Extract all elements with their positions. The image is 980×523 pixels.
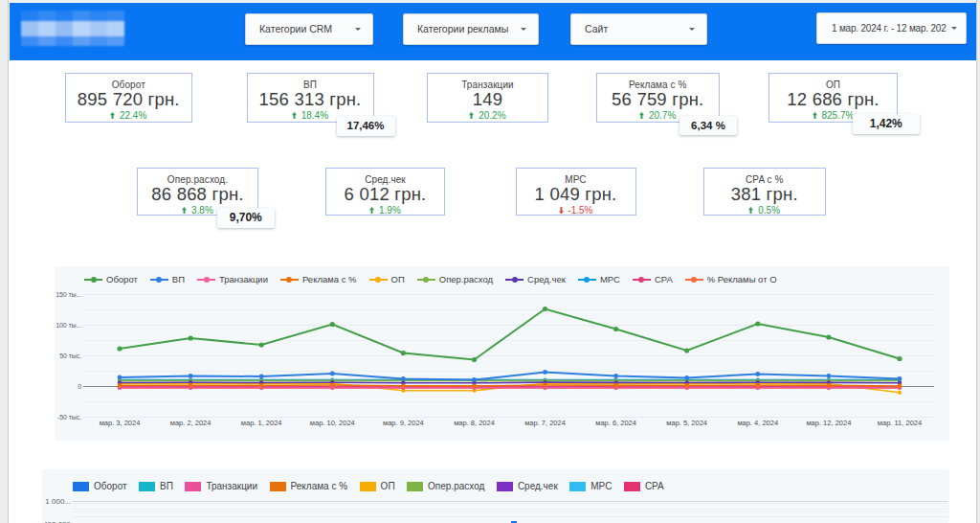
svg-text:мар. 9, 2024: мар. 9, 2024 xyxy=(383,419,424,427)
svg-text:мар. 8, 2024: мар. 8, 2024 xyxy=(454,419,495,427)
svg-text:мар. 5, 2024: мар. 5, 2024 xyxy=(666,419,707,427)
svg-text:-50 тыс.: -50 тыс. xyxy=(57,414,81,421)
svg-text:50 тыс.: 50 тыс. xyxy=(59,352,81,359)
svg-text:мар. 2, 2024: мар. 2, 2024 xyxy=(170,419,212,427)
svg-text:150 ты...: 150 ты... xyxy=(56,291,81,298)
svg-text:мар. 6, 2024: мар. 6, 2024 xyxy=(595,419,636,427)
svg-text:мар. 12, 2024: мар. 12, 2024 xyxy=(806,419,851,427)
svg-text:мар. 7, 2024: мар. 7, 2024 xyxy=(524,419,566,427)
svg-text:0: 0 xyxy=(78,383,81,390)
svg-text:мар. 3, 2024: мар. 3, 2024 xyxy=(100,419,141,427)
svg-text:мар. 4, 2024: мар. 4, 2024 xyxy=(737,419,778,427)
svg-text:мар. 1, 2024: мар. 1, 2024 xyxy=(241,419,282,427)
svg-text:100 ты...: 100 ты... xyxy=(56,322,81,329)
svg-text:мар. 10, 2024: мар. 10, 2024 xyxy=(310,419,355,427)
svg-text:мар. 11, 2024: мар. 11, 2024 xyxy=(878,419,922,427)
